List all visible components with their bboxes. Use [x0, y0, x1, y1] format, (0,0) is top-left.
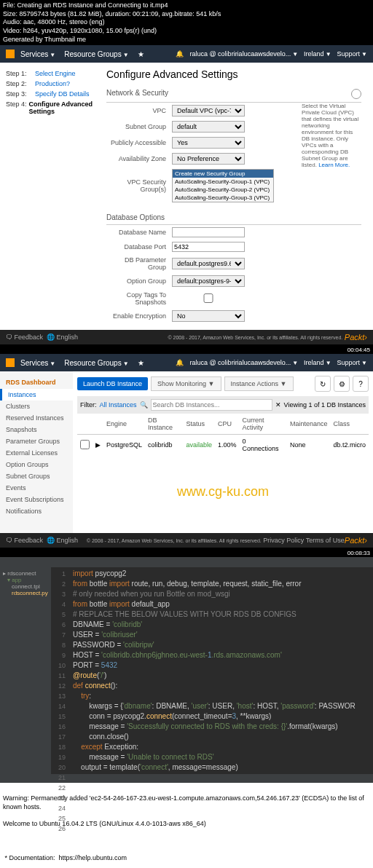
- public-select[interactable]: Yes: [172, 137, 245, 149]
- sidebar-notifications[interactable]: Notifications: [0, 505, 73, 517]
- services-menu[interactable]: Services▼: [20, 359, 55, 367]
- sidebar-optiongroups[interactable]: Option Groups: [0, 459, 73, 470]
- step3-link[interactable]: Specify DB Details: [35, 90, 90, 98]
- sidebar-events[interactable]: Events: [0, 482, 73, 494]
- row-checkbox[interactable]: [80, 440, 90, 449]
- col-engine[interactable]: Engine: [103, 414, 145, 435]
- section-db-options: Database Options: [106, 213, 165, 221]
- user-menu[interactable]: raluca @ colibririalucaawsdevelo...▼: [189, 359, 298, 366]
- show-monitoring-button[interactable]: Show Monitoring ▼: [151, 376, 221, 391]
- star-icon[interactable]: ★: [138, 359, 144, 367]
- security-group-list[interactable]: Create new Security Group AutoScaling-Se…: [172, 169, 274, 202]
- file-gen: Generated by Thumbnail me: [3, 36, 370, 44]
- paramgroup-select[interactable]: default.postgres9.6: [172, 258, 245, 269]
- clear-icon[interactable]: ✕: [275, 401, 281, 409]
- sidebar-paramgroups[interactable]: Parameter Groups: [0, 435, 73, 447]
- expand-icon[interactable]: ▶: [93, 435, 103, 456]
- feedback-link[interactable]: 🗨 Feedback: [6, 537, 43, 544]
- dbname-label: Database Name: [106, 229, 172, 236]
- aws-footer-2: 🗨 Feedback 🌐 English © 2008 - 2017, Amaz…: [0, 533, 373, 548]
- search-icon: 🔍: [140, 401, 148, 409]
- bell-icon[interactable]: 🔔: [176, 359, 184, 366]
- timestamp: 00:08:33: [348, 550, 370, 556]
- english-link[interactable]: 🌐 English: [47, 537, 78, 544]
- sidebar-snapshots[interactable]: Snapshots: [0, 424, 73, 435]
- sidebar-instances[interactable]: Instances: [0, 389, 73, 401]
- sidebar-eventsubs[interactable]: Event Subscriptions: [0, 494, 73, 505]
- refresh-icon[interactable]: ↻: [315, 376, 331, 392]
- copytags-label: Copy Tags To Snapshots: [106, 291, 172, 306]
- vsg-label: VPC Security Group(s): [106, 178, 172, 193]
- table-row[interactable]: ▶ PostgreSQL colibridb available 1.00% 0…: [77, 435, 369, 456]
- resource-groups-menu[interactable]: Resource Groups▼: [64, 50, 128, 58]
- help-icon[interactable]: ?: [353, 376, 369, 392]
- sidebar-subnetgroups[interactable]: Subnet Groups: [0, 470, 73, 482]
- filter-all-link[interactable]: All Instances: [100, 401, 137, 409]
- cell-activity: 0 Connections: [240, 435, 287, 456]
- project-tree[interactable]: ▸ rdsconnect ▾ app connect.tpl rdsconnec…: [0, 567, 51, 774]
- settings-icon[interactable]: ⚙: [334, 376, 350, 392]
- star-icon[interactable]: ★: [138, 50, 144, 58]
- search-input[interactable]: [151, 399, 272, 411]
- optiongroup-label: Option Group: [106, 277, 172, 285]
- learn-more-link[interactable]: Learn More.: [318, 162, 350, 168]
- configure-panel: Step 1:Select Engine Step 2:Production? …: [0, 63, 373, 330]
- watermark: www.cg-ku.com: [77, 455, 369, 529]
- step2-link[interactable]: Production?: [35, 80, 70, 87]
- vpc-select[interactable]: Default VPC (vpc-77baaa13): [172, 105, 245, 117]
- sg-option[interactable]: AutoScaling-Security-Group-3 (VPC): [173, 194, 273, 202]
- sg-option[interactable]: Create new Security Group: [173, 170, 273, 178]
- resource-groups-menu[interactable]: Resource Groups▼: [64, 359, 128, 367]
- copytags-checkbox[interactable]: [172, 293, 245, 303]
- cell-engine: PostgreSQL: [103, 435, 145, 456]
- col-activity[interactable]: Current Activity: [240, 414, 287, 435]
- rds-dashboard-title[interactable]: RDS Dashboard: [0, 376, 73, 389]
- copyright: © 2008 - 2017, Amazon Web Services, Inc.…: [87, 538, 262, 543]
- subnet-select[interactable]: default: [172, 121, 245, 133]
- cell-db: colibridb: [145, 435, 183, 456]
- sidebar-clusters[interactable]: Clusters: [0, 401, 73, 412]
- copyright: © 2008 - 2017, Amazon Web Services, Inc.…: [168, 335, 342, 340]
- az-label: Availability Zone: [106, 155, 172, 162]
- privacy-link[interactable]: Privacy Policy: [263, 537, 304, 544]
- col-cpu[interactable]: CPU: [215, 414, 240, 435]
- line-gutter: 1234567891011121314151617181920212223242…: [51, 567, 68, 835]
- sidebar-external[interactable]: External Licenses: [0, 447, 73, 459]
- refresh-icon[interactable]: [351, 89, 361, 99]
- user-menu[interactable]: raluca @ colibririalucaawsdevelo...▼: [189, 50, 298, 58]
- dbport-input[interactable]: [172, 242, 245, 252]
- english-link[interactable]: 🌐 English: [47, 334, 78, 341]
- optiongroup-select[interactable]: default:postgres-9-6: [172, 275, 245, 287]
- col-maint[interactable]: Maintenance: [287, 414, 331, 435]
- step2-label: Step 2:: [6, 80, 35, 87]
- sidebar-reserved[interactable]: Reserved Instances: [0, 412, 73, 424]
- aws-logo-icon[interactable]: [6, 358, 15, 367]
- dbname-input[interactable]: [172, 227, 245, 237]
- region-menu[interactable]: Ireland▼: [304, 359, 331, 366]
- subnet-label: Subnet Group: [106, 123, 172, 130]
- region-menu[interactable]: Ireland▼: [304, 50, 331, 58]
- encrypt-select[interactable]: No: [172, 310, 245, 322]
- tos-link[interactable]: Terms of Use: [306, 537, 345, 544]
- launch-db-button[interactable]: Launch DB Instance: [77, 377, 148, 390]
- col-dbinstance[interactable]: DB Instance: [145, 414, 183, 435]
- col-status[interactable]: Status: [184, 414, 216, 435]
- paramgroup-label: DB Parameter Group: [106, 256, 172, 271]
- support-menu[interactable]: Support▼: [337, 359, 367, 366]
- instance-actions-button[interactable]: Instance Actions ▼: [224, 376, 294, 391]
- file-size: Size: 85795743 bytes (81.82 MiB), durati…: [3, 10, 370, 19]
- sg-option[interactable]: AutoScaling-Security-Group-2 (VPC): [173, 186, 273, 194]
- section-network: Network & Security: [106, 89, 168, 99]
- col-class[interactable]: Class: [330, 414, 369, 435]
- step1-label: Step 1:: [6, 70, 35, 77]
- aws-logo-icon[interactable]: [6, 50, 15, 58]
- support-menu[interactable]: Support▼: [337, 50, 367, 58]
- az-select[interactable]: No Preference: [172, 153, 245, 165]
- bell-icon[interactable]: 🔔: [176, 50, 184, 58]
- feedback-link[interactable]: 🗨 Feedback: [6, 334, 43, 341]
- sg-option[interactable]: AutoScaling-Security-Group-1 (VPC): [173, 178, 273, 186]
- aws-footer: 🗨 Feedback 🌐 English © 2008 - 2017, Amaz…: [0, 330, 373, 344]
- services-menu[interactable]: Services▼: [20, 50, 55, 58]
- code-area[interactable]: import psycopg2from bottle import route,…: [51, 567, 373, 774]
- step1-link[interactable]: Select Engine: [35, 70, 76, 77]
